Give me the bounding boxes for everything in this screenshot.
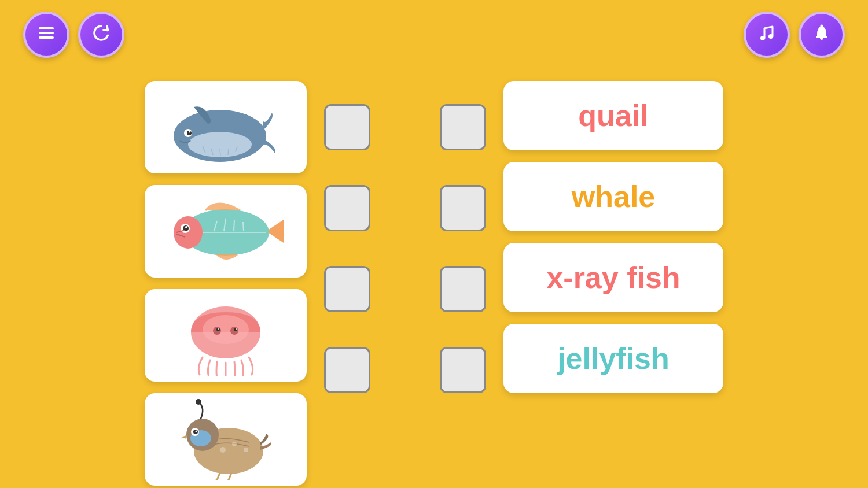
animal-card-jellyfish[interactable] bbox=[145, 289, 307, 382]
animal-card-xrayfish[interactable] bbox=[145, 185, 307, 278]
word-card-jellyfish[interactable]: jellyfish bbox=[503, 324, 723, 393]
svg-line-16 bbox=[243, 222, 244, 231]
word-card-quail[interactable]: quail bbox=[503, 81, 723, 150]
word-cards-column: quail whale x-ray fish jellyfish bbox=[503, 81, 723, 393]
svg-rect-2 bbox=[39, 36, 54, 39]
music-icon bbox=[757, 23, 777, 47]
checkbox-left-3[interactable] bbox=[324, 266, 370, 312]
word-label-jellyfish: jellyfish bbox=[557, 341, 670, 376]
word-label-whale: whale bbox=[572, 179, 656, 214]
checkbox-left-2[interactable] bbox=[324, 185, 370, 231]
checkbox-left-1[interactable] bbox=[324, 104, 370, 150]
svg-point-32 bbox=[196, 399, 201, 405]
word-card-xray[interactable]: x-ray fish bbox=[503, 243, 723, 312]
checkbox-right-4[interactable] bbox=[440, 347, 486, 393]
quail-illustration bbox=[159, 399, 292, 480]
menu-button[interactable] bbox=[23, 12, 69, 58]
svg-point-39 bbox=[220, 447, 226, 453]
svg-line-15 bbox=[234, 220, 234, 231]
svg-point-28 bbox=[218, 328, 219, 330]
svg-point-23 bbox=[203, 315, 249, 344]
checkbox-left-4[interactable] bbox=[324, 347, 370, 393]
checkbox-right-2[interactable] bbox=[440, 185, 486, 231]
svg-point-26 bbox=[216, 328, 220, 331]
top-left-buttons bbox=[23, 12, 124, 58]
svg-point-29 bbox=[236, 328, 237, 330]
bell-icon bbox=[812, 23, 832, 47]
svg-point-41 bbox=[244, 448, 248, 452]
svg-rect-0 bbox=[39, 27, 54, 29]
word-card-whale[interactable]: whale bbox=[503, 162, 723, 231]
svg-point-27 bbox=[234, 328, 237, 331]
jellyfish-illustration bbox=[159, 295, 292, 376]
refresh-button[interactable] bbox=[78, 12, 124, 58]
svg-point-36 bbox=[196, 431, 197, 432]
svg-point-4 bbox=[768, 34, 773, 39]
right-checkboxes-column bbox=[440, 81, 486, 393]
svg-rect-5 bbox=[816, 36, 827, 38]
svg-point-3 bbox=[760, 36, 765, 40]
animal-card-quail[interactable] bbox=[145, 393, 307, 486]
word-label-xray: x-ray fish bbox=[546, 260, 680, 295]
checkbox-right-3[interactable] bbox=[440, 266, 486, 312]
left-checkboxes-column bbox=[324, 81, 370, 393]
svg-rect-1 bbox=[39, 32, 54, 34]
checkbox-right-1[interactable] bbox=[440, 104, 486, 150]
svg-point-21 bbox=[185, 226, 187, 228]
whale-illustration bbox=[159, 87, 292, 168]
animal-images-column bbox=[145, 81, 307, 486]
refresh-icon bbox=[91, 23, 112, 47]
svg-point-11 bbox=[189, 131, 191, 133]
animal-card-whale[interactable] bbox=[145, 81, 307, 173]
list-icon bbox=[36, 23, 56, 47]
top-right-buttons bbox=[744, 12, 845, 58]
svg-point-6 bbox=[821, 24, 823, 27]
music-button[interactable] bbox=[744, 12, 790, 58]
bell-button[interactable] bbox=[799, 12, 845, 58]
top-bar bbox=[0, 12, 868, 58]
word-label-quail: quail bbox=[578, 98, 648, 133]
svg-point-40 bbox=[232, 442, 237, 446]
main-content: quail whale x-ray fish jellyfish bbox=[0, 75, 868, 476]
xrayfish-illustration bbox=[159, 191, 292, 272]
svg-line-37 bbox=[217, 473, 220, 480]
